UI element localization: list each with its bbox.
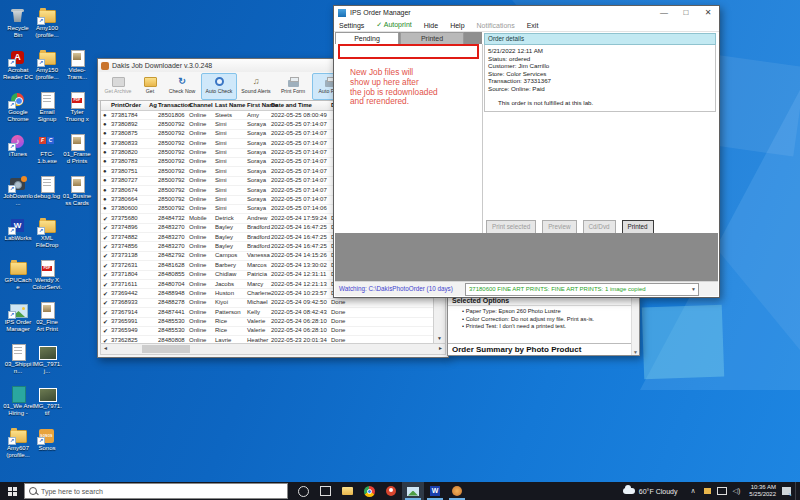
- menu-item-hide[interactable]: Hide: [424, 22, 438, 29]
- taskbar-app-dakis[interactable]: [446, 482, 468, 500]
- desktop-icon-01-business-cards-sal[interactable]: 01_Business Cards Sal...: [62, 175, 92, 206]
- scroll-right-icon[interactable]: ►: [438, 344, 443, 353]
- table-row[interactable]: ✔3736791428487441OnlinePattersonKelly202…: [101, 308, 434, 317]
- scroll-down-icon[interactable]: ▼: [632, 349, 639, 355]
- taskbar-app-labworks[interactable]: W: [424, 482, 446, 500]
- column-header-ag[interactable]: Ag: [149, 102, 157, 108]
- toolbar-button-get-archive[interactable]: Get Archive: [100, 73, 136, 100]
- desktop-icon-label: 01_Business Cards Sal...: [62, 193, 92, 206]
- minimize-button[interactable]: —: [653, 6, 675, 19]
- chevron-down-icon[interactable]: ▼: [691, 286, 696, 292]
- desktop-icon-01-framed-prints-sal[interactable]: 01_Framed Prints Sal...: [62, 133, 92, 164]
- desktop-icon-sonos[interactable]: SONOS↗Sonos: [32, 427, 62, 452]
- desktop-icon-tyler-truong-x-color-se[interactable]: PDFTyler Truong x Color Se...: [62, 91, 92, 122]
- status-pending-icon: ●: [103, 130, 107, 136]
- tray-display-icon[interactable]: [717, 487, 727, 495]
- desktop-icon-img-7971-tif[interactable]: IMG_7971.tif: [32, 385, 62, 416]
- scroll-down-icon[interactable]: ▼: [437, 334, 442, 343]
- ips-title-bar[interactable]: IPS Order Manager — □ ✕: [334, 6, 719, 19]
- desktop-icon-google-chrome[interactable]: ↗Google Chrome: [3, 91, 33, 122]
- column-header-dt[interactable]: Date and Time: [271, 102, 312, 108]
- menu-item-exit[interactable]: Exit: [527, 22, 539, 29]
- file-explorer-icon: [342, 487, 353, 495]
- column-header-txn[interactable]: Transaction: [158, 102, 192, 108]
- taskbar-app-photos[interactable]: [402, 482, 424, 500]
- column-header-channel[interactable]: Channel: [189, 102, 213, 108]
- taskbar-app-task-view[interactable]: [314, 482, 336, 500]
- desktop-icon-amy607-profile[interactable]: ↗Amy607 (profile...: [3, 427, 33, 458]
- table-row[interactable]: ✔3736893328488278OnlineKiyoiMichael2022-…: [101, 299, 434, 308]
- taskbar-app-people[interactable]: [380, 482, 402, 500]
- desktop-icon-02-fine-art-print-sale-jpg[interactable]: 02_Fine Art Print Sale.jpg: [32, 301, 62, 332]
- toolbar-button-label: Print Form: [276, 88, 310, 94]
- desktop-icon-labworks[interactable]: W↗LabWorks: [3, 217, 33, 242]
- desktop-icon-xml-filedrop-profile-s[interactable]: ↗XML FileDrop (profile) - S...: [32, 217, 62, 248]
- desktop-icon-wendy-x-colorservi[interactable]: PDFWendy X ColorServi...: [32, 259, 62, 290]
- cell-order: 37380875: [111, 130, 138, 136]
- tab-pending[interactable]: Pending: [335, 32, 399, 44]
- tray-alert-icon[interactable]: [704, 488, 711, 494]
- desktop-icon-video-trans[interactable]: Video-Trans...: [62, 49, 92, 80]
- taskbar-apps: W: [292, 482, 468, 500]
- cell-done: Done: [331, 309, 345, 315]
- table-row[interactable]: ✔3736599128485530OnlineRiceValerie2022-0…: [101, 318, 434, 327]
- toolbar-button-get[interactable]: Get: [137, 73, 163, 100]
- refresh-icon: ↻: [165, 75, 199, 88]
- cell-order: 37380727: [111, 177, 138, 183]
- job-status-dropdown[interactable]: 37180600 FINE ART PRINTS: FINE ART PRINT…: [465, 283, 699, 296]
- desktop-icon-gpucache[interactable]: GPUCache: [3, 259, 33, 290]
- desktop-icon-acrobat-reader-dc[interactable]: A↗Acrobat Reader DC: [3, 49, 33, 80]
- tray-device-icon[interactable]: [782, 487, 791, 495]
- scroll-thumb[interactable]: [142, 345, 190, 353]
- column-header-order[interactable]: PrintOrder: [111, 102, 141, 108]
- menu-item-settings[interactable]: Settings: [339, 22, 364, 29]
- taskbar-app-chrome[interactable]: [358, 482, 380, 500]
- toolbar-button-sound-alerts[interactable]: ♫Sound Alerts: [238, 73, 274, 100]
- button-print-selected[interactable]: Print selected: [486, 220, 536, 234]
- close-button[interactable]: ✕: [697, 6, 719, 19]
- cell-txn: 28488948: [158, 290, 185, 296]
- taskbar-app-cortana[interactable]: [292, 482, 314, 500]
- weather-widget[interactable]: 60°F Cloudy: [623, 488, 678, 495]
- desktop-icon-debug-log[interactable]: debug.log: [32, 175, 62, 200]
- desktop-icon-email-signup-stuffer-4x6[interactable]: Email Signup Stuffer 4x6...: [32, 91, 62, 122]
- toolbar-button-print-form[interactable]: Print Form: [275, 73, 311, 100]
- button-preview[interactable]: Preview: [542, 220, 576, 234]
- dakis-icon: [452, 486, 462, 496]
- desktop-icon-amy150-profile[interactable]: ↗Amy150 (profile...: [32, 49, 62, 80]
- toolbar-button-auto-check[interactable]: Auto Check: [201, 73, 237, 100]
- order-page-scrollbar[interactable]: ▼: [631, 297, 639, 355]
- table-row[interactable]: ✔3736282528480808OnlineLavrieHeather2022…: [101, 336, 434, 343]
- status-done-icon: ✔: [103, 281, 108, 288]
- desktop-icon-jobdownlo[interactable]: ↗JobDownlo...: [3, 175, 33, 206]
- menu-item-notifications[interactable]: Notifications: [477, 22, 515, 29]
- menu-item-help[interactable]: Help: [450, 22, 464, 29]
- tray-chevron-up-icon[interactable]: ∧: [690, 487, 695, 495]
- desktop-icon-recycle-bin[interactable]: Recycle Bin: [3, 7, 33, 38]
- taskbar-app-file-explorer[interactable]: [336, 482, 358, 500]
- desktop-icon-ips-order-manager[interactable]: ↗IPS Order Manager: [3, 301, 33, 332]
- desktop-icon-ftc-1-b-exe[interactable]: FCFTC-1.b.exe: [32, 133, 62, 164]
- cell-last: Campos: [215, 252, 237, 258]
- desktop-icon-amy100-profile[interactable]: ↗Amy100 (profile...: [32, 7, 62, 38]
- toolbar-button-check-now[interactable]: ↻Check Now: [164, 73, 200, 100]
- start-button[interactable]: [0, 482, 24, 500]
- table-row[interactable]: ✔3736594928485530OnlineRiceValerie2022-0…: [101, 327, 434, 336]
- dakis-horizontal-scrollbar[interactable]: ◄ ►: [100, 343, 446, 355]
- tray-volume-icon[interactable]: ◁): [733, 487, 741, 495]
- scroll-left-icon[interactable]: ◄: [103, 344, 108, 353]
- desktop-icon-01-we-are-hiring-m[interactable]: 01_We Are Hiring - m...: [3, 385, 33, 416]
- menu-item-autoprint[interactable]: ✓ Autoprint: [376, 21, 411, 29]
- cell-txn: 28483270: [158, 234, 185, 240]
- column-header-last[interactable]: Last Name: [215, 102, 245, 108]
- tab-printed[interactable]: Printed: [400, 32, 464, 44]
- show-desktop-button[interactable]: [795, 482, 800, 500]
- desktop-icon-img-7971-j[interactable]: IMG_7971.j...: [32, 343, 62, 374]
- desktop-icon-itunes[interactable]: ♪↗iTunes: [3, 133, 33, 158]
- button-cd-dvd[interactable]: Cd/Dvd: [583, 220, 616, 234]
- maximize-button[interactable]: □: [675, 6, 697, 19]
- taskbar-clock[interactable]: 10:36 AM 5/25/2022: [749, 484, 776, 498]
- button-printed[interactable]: Printed: [622, 220, 654, 234]
- desktop-icon-03-shippin[interactable]: 03_Shippin...: [3, 343, 33, 374]
- taskbar-search[interactable]: Type here to search: [24, 483, 288, 499]
